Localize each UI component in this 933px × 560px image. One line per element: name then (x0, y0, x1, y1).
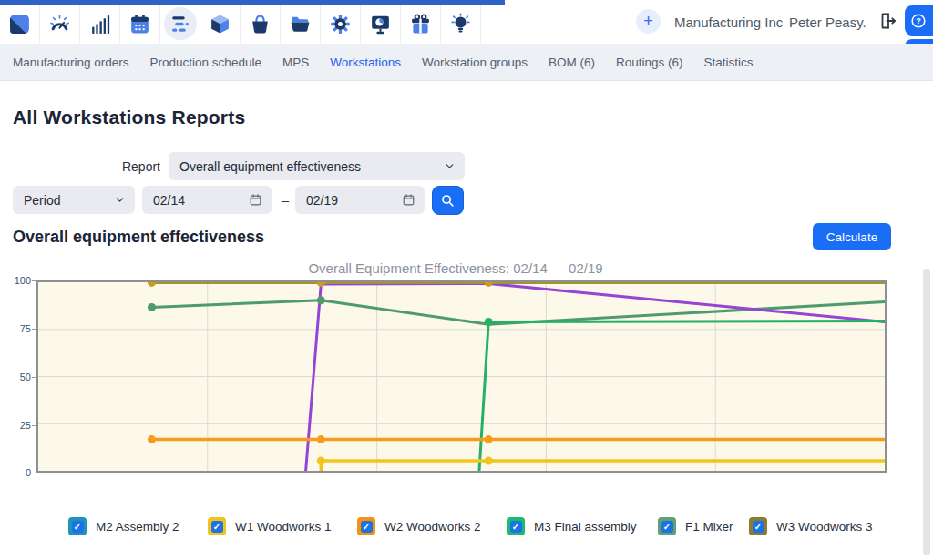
nav-item-routings-6[interactable]: Routings (6) (616, 56, 683, 69)
date-to-field[interactable]: 02/19 (295, 186, 425, 214)
report-label: Report (109, 159, 160, 174)
legend-item-m2-assembly-2[interactable]: ✓M2 Assembly 2 (68, 517, 179, 535)
series-line-w1-woodworks-1 (321, 461, 885, 471)
nav-item-statistics[interactable]: Statistics (704, 56, 754, 69)
nav-item-mps[interactable]: MPS (282, 56, 309, 69)
chart-dot-w1-woodworks-1 (485, 457, 493, 465)
legend-label: M3 Final assembly (534, 520, 637, 534)
toolbar-calendar-button[interactable] (120, 5, 160, 44)
y-axis-label-75: 75 (0, 322, 31, 335)
toolbar-dashboard-button[interactable] (40, 5, 80, 44)
toolbar-logo-button[interactable] (0, 5, 40, 44)
legend-checkbox-w3-woodworks-3[interactable]: ✓ (749, 517, 767, 535)
dashboard-gauge-icon (48, 13, 71, 36)
y-axis-label-50: 50 (0, 371, 31, 383)
legend-checkbox-w1-woodworks-1[interactable]: ✓ (208, 517, 226, 535)
section-title: Overall equipment effectiveness (13, 228, 264, 247)
date-to-value: 02/19 (306, 193, 402, 208)
production-planning-icon (169, 13, 191, 36)
chart-dot-w3-woodworks-3 (317, 282, 325, 287)
main-toolbar (0, 5, 481, 44)
chart-title: Overall Equipment Effectiveness: 02/14 —… (0, 260, 911, 276)
nav-item-workstations[interactable]: Workstations (330, 56, 401, 69)
legend-checkbox-w2-woodworks-2[interactable]: ✓ (357, 517, 375, 535)
help-button[interactable]: ? (905, 5, 933, 36)
legend-checkbox-m2-assembly-2[interactable]: ✓ (68, 517, 87, 535)
toolbar-documents-button[interactable] (281, 5, 321, 44)
legend-item-m3-final-assembly[interactable]: ✓M3 Final assembly (507, 517, 637, 535)
period-select[interactable]: Period (13, 186, 135, 214)
legend-label: M2 Assembly 2 (96, 520, 179, 534)
chart-legend: ✓M2 Assembly 2✓W1 Woodworks 1✓W2 Woodwor… (0, 517, 933, 541)
report-select[interactable]: Overall equipment effectiveness (169, 152, 465, 180)
nav-item-production-schedule[interactable]: Production schedule (150, 56, 261, 69)
search-button[interactable] (432, 186, 464, 215)
chart-dot-w3-woodworks-3 (148, 282, 156, 287)
legend-item-w3-woodworks-3[interactable]: ✓W3 Woodworks 3 (749, 517, 873, 535)
statistics-bars-icon (88, 13, 111, 36)
date-from-value: 02/14 (153, 193, 249, 208)
chevron-down-icon (114, 194, 126, 206)
legend-checkbox-f1-mixer[interactable]: ✓ (658, 517, 676, 535)
chart-dot-w2-woodworks-2 (148, 435, 156, 443)
app-window: + Manufacturing Inc Peter Peasy. ? Manuf… (0, 0, 933, 560)
legend-label: W3 Woodworks 3 (776, 520, 873, 534)
toolbar-procurement-button[interactable] (241, 5, 281, 44)
vertical-scrollbar[interactable] (923, 269, 930, 555)
chart-dot-m3-final-assembly (485, 318, 493, 326)
toolbar-reports-button[interactable] (361, 5, 401, 44)
search-icon (440, 193, 456, 209)
legend-label: W1 Woodworks 1 (235, 520, 332, 534)
chart-plot-area (36, 280, 887, 473)
legend-checkbox-m3-final-assembly[interactable]: ✓ (507, 517, 525, 535)
legend-label: F1 Mixer (685, 520, 733, 534)
chart-dot-w1-woodworks-1 (317, 457, 325, 465)
documents-folder-icon (289, 13, 312, 36)
logout-door-icon (877, 10, 898, 32)
oee-chart-area: Overall Equipment Effectiveness: 02/14 —… (0, 260, 933, 510)
checkmark-icon: ✓ (661, 521, 673, 533)
reports-board-icon (369, 13, 392, 36)
user-name[interactable]: Peter Peasy. (789, 14, 866, 32)
chart-dot-w3-woodworks-3 (485, 282, 493, 287)
oee-line-chart (38, 282, 885, 471)
legend-item-f1-mixer[interactable]: ✓F1 Mixer (658, 517, 733, 535)
calendar-icon (128, 13, 151, 36)
toolbar-statistics-button[interactable] (80, 5, 120, 44)
procurement-basket-icon (249, 13, 272, 36)
toolbar-gift-button[interactable] (401, 5, 441, 44)
calculate-button[interactable]: Calculate (813, 223, 891, 250)
chart-dot-f1-mixer (317, 296, 325, 304)
nav-item-bom-6[interactable]: BOM (6) (549, 56, 595, 69)
legend-label: W2 Woodworks 2 (384, 520, 481, 534)
toolbar-ideas-button[interactable] (441, 5, 481, 44)
calendar-small-icon (249, 193, 262, 207)
y-axis-label-100: 100 (0, 274, 31, 287)
add-button[interactable]: + (636, 9, 661, 34)
checkmark-icon: ✓ (361, 521, 373, 533)
ideas-bulb-icon (449, 13, 472, 36)
chart-dot-w2-woodworks-2 (317, 435, 325, 443)
nav-item-workstation-groups[interactable]: Workstation groups (422, 56, 528, 69)
legend-item-w1-woodworks-1[interactable]: ✓W1 Woodworks 1 (208, 517, 332, 535)
company-name[interactable]: Manufacturing Inc (674, 14, 783, 32)
checkmark-icon: ✓ (510, 521, 522, 533)
y-axis-label-25: 25 (0, 419, 31, 432)
logout-button[interactable] (876, 10, 899, 34)
svg-text:?: ? (916, 16, 921, 25)
legend-item-w2-woodworks-2[interactable]: ✓W2 Woodworks 2 (357, 517, 481, 535)
toolbar-stock-button[interactable] (200, 5, 241, 44)
checkmark-icon: ✓ (211, 521, 223, 533)
nav-item-manufacturing-orders[interactable]: Manufacturing orders (13, 56, 129, 69)
settings-gear-icon (329, 13, 352, 36)
toolbar-settings-button[interactable] (321, 5, 361, 44)
logo-icon (8, 13, 31, 36)
calendar-small-icon (402, 193, 415, 207)
date-range-separator: – (276, 192, 294, 208)
y-axis-label-0: 0 (0, 466, 31, 479)
nav-tabs: Manufacturing ordersProduction scheduleM… (0, 44, 933, 81)
date-from-field[interactable]: 02/14 (142, 186, 272, 214)
toolbar-production-planning-button[interactable] (160, 5, 200, 44)
checkmark-icon: ✓ (753, 521, 764, 533)
gift-icon (409, 13, 432, 36)
